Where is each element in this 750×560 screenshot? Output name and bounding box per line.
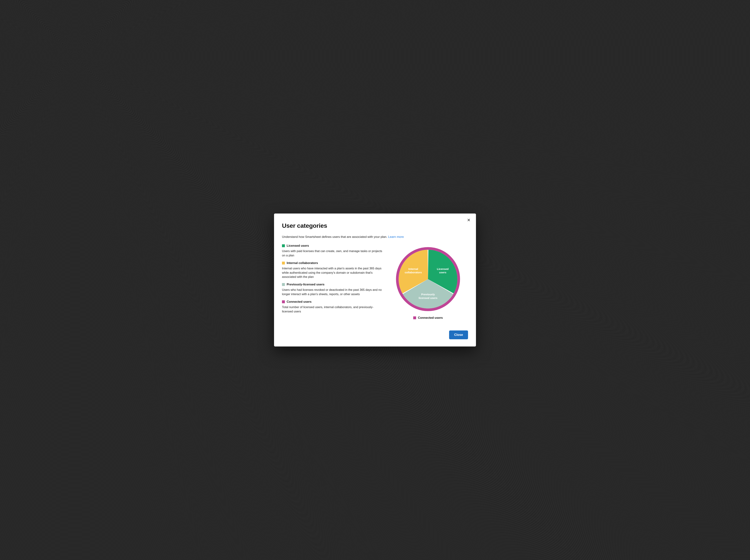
category-licensed: Licensed users Users with paid licenses …	[282, 244, 383, 258]
chart-area: Licensed usersPreviously licensed usersI…	[390, 244, 466, 320]
swatch-internal-icon	[282, 262, 285, 265]
category-description: Users who had licenses revoked or deacti…	[282, 288, 383, 296]
category-previous: Previously-licensed users Users who had …	[282, 283, 383, 296]
chart-ring-label: Connected users	[418, 316, 443, 320]
dialog-footer: Close	[282, 330, 468, 339]
dialog-content: Licensed users Users with paid licenses …	[282, 244, 468, 320]
pie-chart: Licensed usersPreviously licensed usersI…	[395, 246, 461, 312]
category-internal: Internal collaborators Internal users wh…	[282, 261, 383, 279]
category-connected: Connected users Total number of licensed…	[282, 300, 383, 314]
swatch-licensed-icon	[282, 244, 285, 247]
category-description: Users with paid licenses that can create…	[282, 249, 383, 258]
close-button[interactable]: Close	[449, 330, 468, 339]
category-name: Previously-licensed users	[287, 283, 324, 286]
category-name: Licensed users	[287, 244, 309, 248]
pie-slice-label: Licensed users	[433, 267, 452, 274]
chart-ring-legend: Connected users	[413, 316, 443, 320]
user-categories-dialog: User categories Understand how Smartshee…	[274, 213, 476, 347]
intro-text: Understand how Smartsheet defines users …	[282, 235, 388, 238]
dialog-intro: Understand how Smartsheet defines users …	[282, 234, 468, 239]
category-description: Internal users who have interacted with …	[282, 266, 383, 279]
category-list: Licensed users Users with paid licenses …	[282, 244, 383, 317]
learn-more-link[interactable]: Learn more	[388, 235, 404, 238]
swatch-connected-ring-icon	[413, 316, 416, 319]
pie-slice-label: Previously licensed users	[415, 293, 441, 299]
close-icon[interactable]	[466, 217, 471, 223]
category-name: Connected users	[287, 300, 312, 304]
dialog-title: User categories	[282, 222, 468, 229]
swatch-previous-icon	[282, 283, 285, 286]
swatch-connected-icon	[282, 300, 285, 303]
category-name: Internal collaborators	[287, 261, 318, 265]
category-description: Total number of licensed users, internal…	[282, 305, 383, 314]
pie-slice-label: Internal collaborators	[401, 267, 426, 274]
